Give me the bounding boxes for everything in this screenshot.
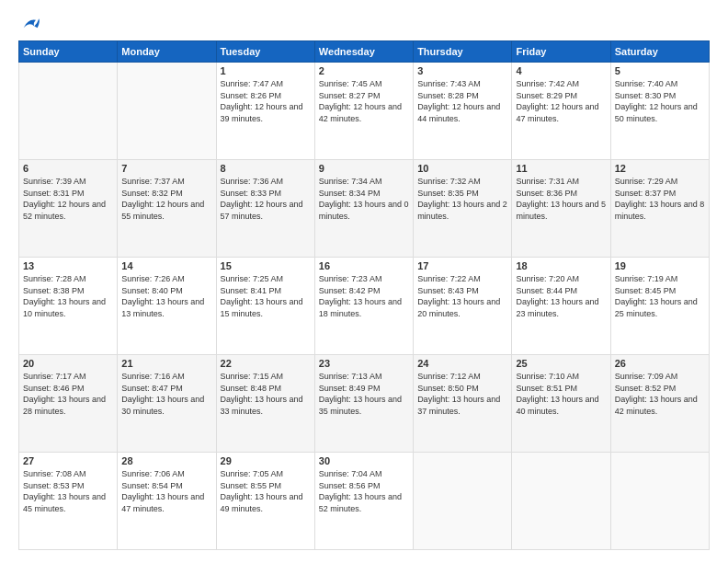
day-info: Sunrise: 7:45 AM Sunset: 8:27 PM Dayligh… <box>319 78 409 124</box>
weekday-header-row: SundayMondayTuesdayWednesdayThursdayFrid… <box>19 41 710 63</box>
day-cell: 17Sunrise: 7:22 AM Sunset: 8:43 PM Dayli… <box>414 258 512 355</box>
day-info: Sunrise: 7:42 AM Sunset: 8:29 PM Dayligh… <box>516 78 606 124</box>
day-number: 16 <box>319 260 409 271</box>
day-info: Sunrise: 7:10 AM Sunset: 8:51 PM Dayligh… <box>516 371 606 417</box>
logo <box>18 17 42 31</box>
day-cell: 14Sunrise: 7:26 AM Sunset: 8:40 PM Dayli… <box>118 258 216 355</box>
page: SundayMondayTuesdayWednesdayThursdayFrid… <box>0 0 728 563</box>
day-number: 20 <box>23 358 113 369</box>
day-cell: 22Sunrise: 7:15 AM Sunset: 8:48 PM Dayli… <box>216 355 314 453</box>
day-info: Sunrise: 7:39 AM Sunset: 8:31 PM Dayligh… <box>23 176 113 222</box>
logo-text <box>18 17 42 31</box>
weekday-header-tuesday: Tuesday <box>216 41 314 63</box>
day-number: 9 <box>319 163 409 174</box>
day-cell: 12Sunrise: 7:29 AM Sunset: 8:37 PM Dayli… <box>610 160 709 258</box>
day-info: Sunrise: 7:09 AM Sunset: 8:52 PM Dayligh… <box>615 371 705 417</box>
day-number: 22 <box>221 358 311 369</box>
day-info: Sunrise: 7:20 AM Sunset: 8:44 PM Dayligh… <box>516 273 606 319</box>
day-number: 21 <box>121 358 211 369</box>
day-cell: 4Sunrise: 7:42 AM Sunset: 8:29 PM Daylig… <box>512 63 610 160</box>
day-number: 5 <box>615 65 705 76</box>
day-cell: 11Sunrise: 7:31 AM Sunset: 8:36 PM Dayli… <box>512 160 610 258</box>
day-number: 24 <box>417 358 507 369</box>
day-cell: 3Sunrise: 7:43 AM Sunset: 8:28 PM Daylig… <box>414 63 512 160</box>
day-info: Sunrise: 7:16 AM Sunset: 8:47 PM Dayligh… <box>121 371 211 417</box>
day-number: 8 <box>221 163 311 174</box>
day-info: Sunrise: 7:08 AM Sunset: 8:53 PM Dayligh… <box>23 468 113 514</box>
day-number: 14 <box>121 260 211 271</box>
logo-bird-icon <box>22 17 40 31</box>
day-cell: 26Sunrise: 7:09 AM Sunset: 8:52 PM Dayli… <box>610 355 709 453</box>
header <box>18 17 710 31</box>
day-number: 25 <box>516 358 606 369</box>
day-cell: 7Sunrise: 7:37 AM Sunset: 8:32 PM Daylig… <box>118 160 216 258</box>
day-info: Sunrise: 7:22 AM Sunset: 8:43 PM Dayligh… <box>417 273 507 319</box>
day-cell: 20Sunrise: 7:17 AM Sunset: 8:46 PM Dayli… <box>19 355 118 453</box>
day-cell <box>414 453 512 550</box>
day-info: Sunrise: 7:26 AM Sunset: 8:40 PM Dayligh… <box>121 273 211 319</box>
day-info: Sunrise: 7:19 AM Sunset: 8:45 PM Dayligh… <box>615 273 705 319</box>
day-number: 23 <box>319 358 409 369</box>
day-number: 1 <box>221 65 311 76</box>
day-cell <box>610 453 709 550</box>
day-cell: 25Sunrise: 7:10 AM Sunset: 8:51 PM Dayli… <box>512 355 610 453</box>
day-number: 26 <box>615 358 705 369</box>
weekday-header-wednesday: Wednesday <box>314 41 413 63</box>
week-row-2: 13Sunrise: 7:28 AM Sunset: 8:38 PM Dayli… <box>19 258 710 355</box>
day-info: Sunrise: 7:15 AM Sunset: 8:48 PM Dayligh… <box>221 371 311 417</box>
day-info: Sunrise: 7:32 AM Sunset: 8:35 PM Dayligh… <box>417 176 507 222</box>
day-info: Sunrise: 7:47 AM Sunset: 8:26 PM Dayligh… <box>221 78 311 124</box>
day-cell: 18Sunrise: 7:20 AM Sunset: 8:44 PM Dayli… <box>512 258 610 355</box>
day-cell: 30Sunrise: 7:04 AM Sunset: 8:56 PM Dayli… <box>314 453 413 550</box>
day-number: 11 <box>516 163 606 174</box>
day-number: 30 <box>319 455 409 466</box>
day-info: Sunrise: 7:31 AM Sunset: 8:36 PM Dayligh… <box>516 176 606 222</box>
day-info: Sunrise: 7:13 AM Sunset: 8:49 PM Dayligh… <box>319 371 409 417</box>
day-cell: 6Sunrise: 7:39 AM Sunset: 8:31 PM Daylig… <box>19 160 118 258</box>
day-number: 4 <box>516 65 606 76</box>
day-number: 10 <box>417 163 507 174</box>
weekday-header-sunday: Sunday <box>19 41 118 63</box>
day-number: 29 <box>221 455 311 466</box>
week-row-0: 1Sunrise: 7:47 AM Sunset: 8:26 PM Daylig… <box>19 63 710 160</box>
weekday-header-monday: Monday <box>118 41 216 63</box>
weekday-header-friday: Friday <box>512 41 610 63</box>
day-cell: 2Sunrise: 7:45 AM Sunset: 8:27 PM Daylig… <box>314 63 413 160</box>
day-info: Sunrise: 7:28 AM Sunset: 8:38 PM Dayligh… <box>23 273 113 319</box>
day-cell: 28Sunrise: 7:06 AM Sunset: 8:54 PM Dayli… <box>118 453 216 550</box>
day-cell <box>118 63 216 160</box>
week-row-3: 20Sunrise: 7:17 AM Sunset: 8:46 PM Dayli… <box>19 355 710 453</box>
day-cell: 8Sunrise: 7:36 AM Sunset: 8:33 PM Daylig… <box>216 160 314 258</box>
day-number: 28 <box>121 455 211 466</box>
day-cell: 21Sunrise: 7:16 AM Sunset: 8:47 PM Dayli… <box>118 355 216 453</box>
day-number: 3 <box>417 65 507 76</box>
day-info: Sunrise: 7:36 AM Sunset: 8:33 PM Dayligh… <box>221 176 311 222</box>
day-number: 27 <box>23 455 113 466</box>
day-cell: 5Sunrise: 7:40 AM Sunset: 8:30 PM Daylig… <box>610 63 709 160</box>
day-cell: 1Sunrise: 7:47 AM Sunset: 8:26 PM Daylig… <box>216 63 314 160</box>
day-number: 17 <box>417 260 507 271</box>
day-info: Sunrise: 7:17 AM Sunset: 8:46 PM Dayligh… <box>23 371 113 417</box>
day-cell: 10Sunrise: 7:32 AM Sunset: 8:35 PM Dayli… <box>414 160 512 258</box>
day-number: 13 <box>23 260 113 271</box>
day-cell: 27Sunrise: 7:08 AM Sunset: 8:53 PM Dayli… <box>19 453 118 550</box>
day-number: 2 <box>319 65 409 76</box>
day-cell: 29Sunrise: 7:05 AM Sunset: 8:55 PM Dayli… <box>216 453 314 550</box>
day-info: Sunrise: 7:34 AM Sunset: 8:34 PM Dayligh… <box>319 176 409 222</box>
day-info: Sunrise: 7:37 AM Sunset: 8:32 PM Dayligh… <box>121 176 211 222</box>
day-info: Sunrise: 7:25 AM Sunset: 8:41 PM Dayligh… <box>221 273 311 319</box>
day-number: 6 <box>23 163 113 174</box>
day-number: 15 <box>221 260 311 271</box>
day-info: Sunrise: 7:04 AM Sunset: 8:56 PM Dayligh… <box>319 468 409 514</box>
day-info: Sunrise: 7:06 AM Sunset: 8:54 PM Dayligh… <box>121 468 211 514</box>
weekday-header-thursday: Thursday <box>414 41 512 63</box>
day-info: Sunrise: 7:40 AM Sunset: 8:30 PM Dayligh… <box>615 78 705 124</box>
day-cell: 15Sunrise: 7:25 AM Sunset: 8:41 PM Dayli… <box>216 258 314 355</box>
day-cell: 19Sunrise: 7:19 AM Sunset: 8:45 PM Dayli… <box>610 258 709 355</box>
day-number: 12 <box>615 163 705 174</box>
week-row-4: 27Sunrise: 7:08 AM Sunset: 8:53 PM Dayli… <box>19 453 710 550</box>
day-info: Sunrise: 7:23 AM Sunset: 8:42 PM Dayligh… <box>319 273 409 319</box>
weekday-header-saturday: Saturday <box>610 41 709 63</box>
day-info: Sunrise: 7:05 AM Sunset: 8:55 PM Dayligh… <box>221 468 311 514</box>
day-cell <box>19 63 118 160</box>
